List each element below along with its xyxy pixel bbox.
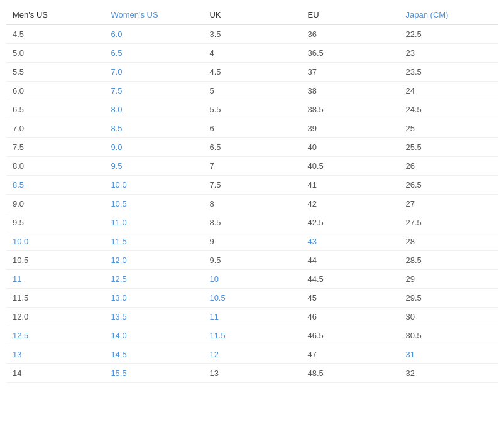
table-cell: 7.5 (6, 138, 104, 157)
table-cell: 29.5 (400, 289, 498, 308)
table-cell: 11 (6, 270, 104, 289)
table-cell: 40 (301, 138, 399, 157)
table-row: 5.06.5436.523 (6, 44, 498, 63)
table-cell: 12.0 (104, 251, 203, 270)
table-cell: 23.5 (400, 63, 498, 82)
table-cell: 38.5 (301, 100, 399, 119)
table-body: 4.56.03.53622.55.06.5436.5235.57.04.5372… (6, 25, 498, 383)
col-uk: UK (203, 5, 301, 25)
table-cell: 8.0 (6, 157, 104, 176)
table-cell: 14.5 (104, 345, 203, 364)
table-cell: 5.0 (6, 44, 104, 63)
table-row: 1112.51044.529 (6, 270, 498, 289)
table-cell: 25 (400, 119, 498, 138)
table-row: 9.010.584227 (6, 195, 498, 213)
table-cell: 36 (301, 25, 399, 44)
table-cell: 9.5 (104, 157, 203, 176)
table-cell: 11.5 (203, 326, 301, 345)
table-cell: 11.0 (104, 213, 203, 232)
table-row: 9.511.08.542.527.5 (6, 213, 498, 232)
table-cell: 7.0 (104, 63, 203, 82)
table-cell: 42 (301, 195, 399, 213)
table-cell: 30.5 (400, 326, 498, 345)
table-row: 12.013.5114630 (6, 308, 498, 326)
table-cell: 6.0 (6, 82, 104, 100)
table-cell: 26.5 (400, 176, 498, 195)
table-cell: 11.5 (104, 232, 203, 251)
table-cell: 7.5 (104, 82, 203, 100)
table-row: 5.57.04.53723.5 (6, 63, 498, 82)
table-cell: 10.0 (104, 176, 203, 195)
table-cell: 27 (400, 195, 498, 213)
table-cell: 5.5 (203, 100, 301, 119)
table-cell: 38 (301, 82, 399, 100)
table-row: 8.09.5740.526 (6, 157, 498, 176)
size-chart-container: Men's US Women's US UK EU Japan (CM) 4.5… (0, 0, 504, 388)
table-cell: 5.5 (6, 63, 104, 82)
table-cell: 24.5 (400, 100, 498, 119)
table-cell: 10.0 (6, 232, 104, 251)
table-cell: 40.5 (301, 157, 399, 176)
table-cell: 42.5 (301, 213, 399, 232)
table-cell: 12 (203, 345, 301, 364)
table-cell: 8.0 (104, 100, 203, 119)
table-cell: 46 (301, 308, 399, 326)
table-cell: 10.5 (203, 289, 301, 308)
col-womens-us: Women's US (104, 5, 203, 25)
table-cell: 13 (203, 364, 301, 383)
table-cell: 9.0 (104, 138, 203, 157)
table-cell: 15.5 (104, 364, 203, 383)
table-cell: 9.5 (6, 213, 104, 232)
table-cell: 47 (301, 345, 399, 364)
table-cell: 31 (400, 345, 498, 364)
size-chart-table: Men's US Women's US UK EU Japan (CM) 4.5… (6, 5, 498, 383)
table-cell: 45 (301, 289, 399, 308)
table-cell: 25.5 (400, 138, 498, 157)
table-cell: 6.5 (104, 44, 203, 63)
table-cell: 7 (203, 157, 301, 176)
table-cell: 48.5 (301, 364, 399, 383)
table-row: 12.514.011.546.530.5 (6, 326, 498, 345)
table-cell: 14.0 (104, 326, 203, 345)
table-cell: 46.5 (301, 326, 399, 345)
table-cell: 12.0 (6, 308, 104, 326)
table-row: 10.011.594328 (6, 232, 498, 251)
table-cell: 27.5 (400, 213, 498, 232)
col-eu: EU (301, 5, 399, 25)
table-cell: 10 (203, 270, 301, 289)
table-row: 7.08.563925 (6, 119, 498, 138)
table-cell: 7.0 (6, 119, 104, 138)
table-row: 6.07.553824 (6, 82, 498, 100)
table-cell: 14 (6, 364, 104, 383)
table-cell: 3.5 (203, 25, 301, 44)
table-cell: 37 (301, 63, 399, 82)
table-cell: 12.5 (104, 270, 203, 289)
table-cell: 43 (301, 232, 399, 251)
table-cell: 13.5 (104, 308, 203, 326)
table-cell: 8 (203, 195, 301, 213)
table-row: 10.512.09.54428.5 (6, 251, 498, 270)
table-row: 8.510.07.54126.5 (6, 176, 498, 195)
table-cell: 29 (400, 270, 498, 289)
table-cell: 12.5 (6, 326, 104, 345)
table-cell: 11.5 (6, 289, 104, 308)
table-cell: 32 (400, 364, 498, 383)
table-cell: 28 (400, 232, 498, 251)
table-cell: 4.5 (203, 63, 301, 82)
col-japan: Japan (CM) (400, 5, 498, 25)
table-cell: 13.0 (104, 289, 203, 308)
table-cell: 6 (203, 119, 301, 138)
table-cell: 26 (400, 157, 498, 176)
table-cell: 6.0 (104, 25, 203, 44)
table-cell: 24 (400, 82, 498, 100)
header-row: Men's US Women's US UK EU Japan (CM) (6, 5, 498, 25)
table-cell: 44 (301, 251, 399, 270)
table-cell: 5 (203, 82, 301, 100)
table-cell: 13 (6, 345, 104, 364)
table-cell: 6.5 (203, 138, 301, 157)
col-mens-us: Men's US (6, 5, 104, 25)
table-cell: 8.5 (203, 213, 301, 232)
table-cell: 9.5 (203, 251, 301, 270)
table-cell: 10.5 (6, 251, 104, 270)
table-cell: 4 (203, 44, 301, 63)
